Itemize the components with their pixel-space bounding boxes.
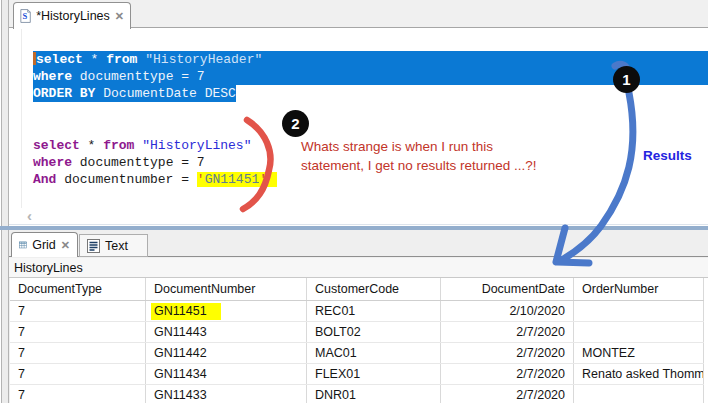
grid-cell[interactable]: 7 — [10, 343, 146, 363]
sql-editor[interactable]: select * from "HistoryHeader"where docum… — [9, 28, 708, 226]
code-segment: * — [83, 52, 106, 67]
grid-cell[interactable]: 2/7/2020 — [441, 322, 574, 342]
table-row: 7GN11434FLEX012/7/2020Renato asked Thomm… — [10, 364, 704, 385]
grid-cell[interactable]: REC01 — [307, 301, 441, 321]
code-segment: where — [33, 155, 72, 170]
grid-cell[interactable]: GN11443 — [146, 322, 307, 342]
close-icon[interactable]: ✕ — [61, 239, 70, 252]
table-row: 7GN11433DNR012/7/2020 — [10, 385, 704, 403]
code-segment: ' — [259, 172, 277, 187]
code-segment: documenttype = 7 — [72, 69, 205, 84]
code-segment: select — [36, 52, 83, 67]
annotation-note: Whats strange is when I run this stateme… — [301, 137, 613, 175]
grid-header-row: DocumentTypeDocumentNumberCustomerCodeDo… — [10, 278, 704, 301]
grid-cell[interactable]: GN11451 — [146, 301, 307, 321]
code-segment: And — [33, 172, 56, 187]
editor-tab-label: *HistoryLines — [36, 9, 110, 23]
grid-cell[interactable]: GN11434 — [146, 364, 307, 384]
window-left-rail — [1, 0, 9, 403]
code-segment: DocumentDate DESC — [95, 86, 235, 101]
scrollbar-left-arrow-icon[interactable]: ‹ — [27, 209, 32, 223]
column-header-documentnumber[interactable]: DocumentNumber — [146, 278, 307, 300]
table-row: 7GN11442MAC012/7/2020MONTEZ — [10, 343, 704, 364]
column-header-ordernumber[interactable]: OrderNumber — [574, 278, 704, 300]
code-line[interactable]: select * from "HistoryHeader" — [33, 51, 708, 68]
grid-cell[interactable]: GN11433 — [146, 385, 307, 403]
column-header-customercode[interactable]: CustomerCode — [307, 278, 441, 300]
grid-icon — [19, 238, 27, 252]
code-segment: "HistoryLines" — [142, 138, 251, 153]
code-segment: "HistoryHeader" — [145, 52, 262, 67]
column-header-documenttype[interactable]: DocumentType — [10, 278, 146, 300]
results-grid: DocumentTypeDocumentNumberCustomerCodeDo… — [10, 278, 708, 403]
code-segment: documenttype = 7 — [72, 155, 205, 170]
code-line[interactable]: where documenttype = 7 — [33, 68, 708, 85]
code-segment: where — [33, 69, 72, 84]
code-segment: * — [80, 138, 103, 153]
grid-cell[interactable]: MONTEZ — [574, 343, 704, 363]
grid-cell[interactable]: DNR01 — [307, 385, 441, 403]
grid-cell[interactable]: 2/7/2020 — [441, 385, 574, 403]
sql-query-historyheader[interactable]: select * from "HistoryHeader"where docum… — [33, 51, 708, 102]
editor-gutter-divider — [21, 28, 22, 208]
result-set-title: HistoryLines — [9, 258, 708, 278]
code-segment: select — [33, 138, 80, 153]
annotation-note-line1: Whats strange is when I run this — [301, 137, 613, 156]
results-panel: Grid ✕ Text HistoryLines DocumentTypeDoc… — [9, 230, 708, 403]
code-segment: ORDER BY — [33, 86, 95, 101]
table-row: 7GN11443BOLT022/7/2020 — [10, 322, 704, 343]
results-tab-bar: Grid ✕ Text — [9, 230, 708, 257]
text-icon — [87, 239, 100, 253]
sql-file-icon: S — [20, 8, 31, 24]
code-segment: documentnumber = — [56, 172, 196, 187]
grid-cell[interactable]: 7 — [10, 364, 146, 384]
table-row: 7GN11451REC012/10/2020 — [10, 301, 704, 322]
tab-historylines[interactable]: S *HistoryLines ✕ — [13, 2, 131, 29]
grid-cell[interactable]: 2/10/2020 — [441, 301, 574, 321]
grid-cell[interactable] — [574, 322, 704, 342]
text-tab-label: Text — [105, 239, 128, 253]
grid-cell[interactable]: Renato asked Thommy — [574, 364, 704, 384]
step-1-badge: 1 — [613, 66, 640, 93]
grid-cell[interactable]: 7 — [10, 385, 146, 403]
grid-cell[interactable]: GN11442 — [146, 343, 307, 363]
grid-cell[interactable]: 2/7/2020 — [441, 343, 574, 363]
grid-cell[interactable]: BOLT02 — [307, 322, 441, 342]
grid-cell[interactable]: 2/7/2020 — [441, 364, 574, 384]
code-segment: from — [106, 52, 137, 67]
editor-separator — [9, 224, 708, 225]
grid-cell[interactable]: 7 — [10, 301, 146, 321]
grid-cell[interactable]: MAC01 — [307, 343, 441, 363]
grid-cell[interactable] — [574, 301, 704, 321]
code-segment: from — [103, 138, 134, 153]
code-segment: ' — [197, 172, 205, 187]
step-2-badge: 2 — [282, 110, 309, 137]
tab-text[interactable]: Text — [79, 234, 148, 257]
close-icon[interactable]: ✕ — [115, 10, 124, 23]
editor-tab-bar: S *HistoryLines ✕ — [9, 0, 708, 28]
annotation-note-line2: statement, I get no results returned ...… — [301, 156, 613, 175]
svg-text:S: S — [23, 11, 28, 21]
results-arrow-label: Results — [643, 148, 692, 163]
grid-cell[interactable]: FLEX01 — [307, 364, 441, 384]
grid-cell[interactable]: 7 — [10, 322, 146, 342]
grid-cell[interactable] — [574, 385, 704, 403]
grid-tab-label: Grid — [32, 238, 56, 252]
highlighted-cell-value: GN11451 — [151, 303, 221, 320]
tab-grid[interactable]: Grid ✕ — [11, 232, 78, 257]
code-line[interactable]: ORDER BY DocumentDate DESC — [33, 85, 236, 102]
column-header-documentdate[interactable]: DocumentDate — [441, 278, 574, 300]
code-segment: GN11451 — [205, 172, 260, 187]
sql-ide-window: S *HistoryLines ✕ select * from "History… — [0, 0, 708, 403]
